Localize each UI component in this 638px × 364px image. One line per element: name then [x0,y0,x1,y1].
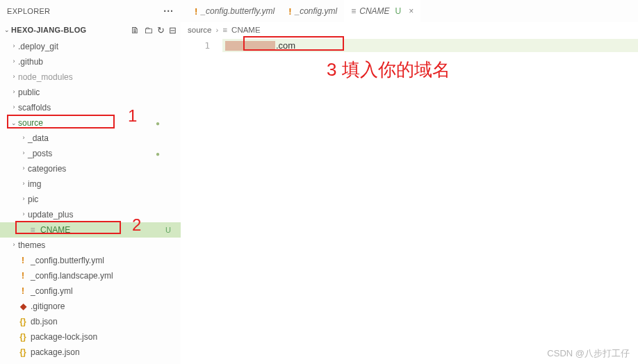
tree-item-label: update_plus [28,210,73,220]
tab-_config.butterfly.yml[interactable]: !_config.butterfly.yml [188,0,281,22]
git-modified-icon: ● [156,150,160,158]
file-tree: .deploy_git.githubnode_modulespublicscaf… [0,39,181,360]
domain-suffix: .com [276,40,295,51]
chevron-right-icon [10,104,18,111]
tree-item-db.json[interactable]: {}db.json [0,314,181,329]
yaml-file-icon: ! [18,256,28,265]
project-row[interactable]: ⌄ HEXO-JIANG-BLOG 🗎 🗀 ↻ ⊟ [0,22,181,38]
tree-item-label: _data [28,133,49,143]
tree-item-pic[interactable]: pic [0,192,181,207]
code-line[interactable]: .com [222,39,638,52]
new-file-icon[interactable]: 🗎 [131,25,140,35]
chevron-right-icon [19,135,28,142]
chevron-right-icon: › [216,26,219,34]
editor-tabs: !_config.butterfly.yml!_config.yml≡CNAME… [181,0,638,22]
tree-item-label: scaffolds [18,103,51,113]
chevron-right-icon [10,58,18,65]
tree-item-label: public [18,88,40,97]
tree-item-themes[interactable]: themes [0,238,181,253]
yaml-file-icon: ! [18,271,28,281]
tree-item-.github[interactable]: .github [0,54,181,69]
tree-item-label: themes [18,240,45,250]
sidebar: ⌄ HEXO-JIANG-BLOG 🗎 🗀 ↻ ⊟ .deploy_git.gi… [0,22,181,364]
project-name: HEXO-JIANG-BLOG [11,26,86,34]
tree-item-label: package-lock.json [31,332,97,342]
tree-item-.gitignore[interactable]: ◆.gitignore [0,299,181,314]
chevron-right-icon [19,196,28,203]
chevron-right-icon [10,43,18,50]
chevron-down-icon: ⌄ [3,26,11,33]
git-status-badge: U [395,6,402,16]
chevron-right-icon [10,74,18,81]
tree-item-label: .gitignore [31,301,65,311]
tree-item-node_modules[interactable]: node_modules [0,69,181,85]
explorer-more-icon[interactable]: ··· [163,6,174,17]
code-area[interactable]: 1 .com [181,38,638,52]
text-file-icon: ≡ [351,6,356,16]
tree-item-label: categories [28,164,66,174]
chevron-right-icon [19,150,28,157]
json-file-icon: {} [18,332,28,342]
tree-item-label: CNAME [40,225,70,235]
explorer-title: EXPLORER [7,7,50,15]
tree-item-label: _config.yml [31,286,73,296]
tree-item-label: node_modules [18,72,73,82]
tree-item-categories[interactable]: categories [0,161,181,176]
json-file-icon: {} [18,347,28,357]
breadcrumb[interactable]: source › ≡ CNAME [181,22,638,38]
tree-item-public[interactable]: public [0,85,181,100]
tree-item-source[interactable]: source● [0,115,181,131]
breadcrumb-item[interactable]: CNAME [231,26,261,34]
tree-item-scaffolds[interactable]: scaffolds [0,100,181,115]
chevron-right-icon [10,89,18,96]
git-file-icon: ◆ [18,301,28,311]
chevron-right-icon [10,242,18,249]
tree-item-_config.landscape.yml[interactable]: !_config.landscape.yml [0,268,181,283]
tree-item-label: _posts [28,149,52,158]
tree-item-label: _config.landscape.yml [31,271,113,281]
breadcrumb-item[interactable]: source [188,26,212,34]
yaml-file-icon: ! [18,286,28,296]
git-modified-icon: ● [156,119,160,127]
tree-item-_posts[interactable]: _posts● [0,146,181,161]
tree-item-label: db.json [31,317,58,326]
tree-item-label: pic [28,195,38,204]
obscured-domain [225,41,275,51]
tree-item-label: .deploy_git [18,42,58,51]
tree-item-label: .github [18,57,43,67]
yaml-file-icon: ! [195,6,197,17]
tree-item-package.json[interactable]: {}package.json [0,345,181,360]
collapse-icon[interactable]: ⊟ [169,25,177,35]
tab-label: CNAME [359,6,389,16]
line-number: 1 [181,38,222,52]
tree-item-_data[interactable]: _data [0,131,181,146]
tree-item-_config.butterfly.yml[interactable]: !_config.butterfly.yml [0,253,181,268]
explorer-header: EXPLORER ··· [0,0,181,22]
text-file-icon: ≡ [28,225,38,235]
tree-item-.deploy_git[interactable]: .deploy_git [0,39,181,54]
tree-item-img[interactable]: img [0,176,181,192]
tab-_config.yml[interactable]: !_config.yml [281,0,344,22]
tree-item-_config.yml[interactable]: !_config.yml [0,283,181,299]
json-file-icon: {} [18,317,28,326]
close-icon[interactable]: × [409,6,414,16]
editor-pane: source › ≡ CNAME 1 .com [181,22,638,364]
tree-item-label: source [18,118,43,128]
tree-item-label: img [28,179,41,189]
chevron-down-icon [10,119,18,126]
tree-item-label: _config.butterfly.yml [31,256,104,265]
chevron-right-icon [19,181,28,188]
tree-item-CNAME[interactable]: ≡CNAMEU [0,222,181,238]
refresh-icon[interactable]: ↻ [157,25,165,35]
new-folder-icon[interactable]: 🗀 [144,25,153,35]
tab-label: _config.butterfly.yml [201,6,275,16]
tree-item-package-lock.json[interactable]: {}package-lock.json [0,329,181,345]
git-status-badge: U [165,226,171,234]
watermark: CSDN @八步打工仔 [547,347,630,360]
tab-label: _config.yml [295,6,338,16]
chevron-right-icon [19,211,28,218]
tab-CNAME[interactable]: ≡CNAMEU× [344,0,420,22]
tree-item-update_plus[interactable]: update_plus [0,207,181,222]
chevron-right-icon [19,165,28,172]
yaml-file-icon: ! [288,6,291,17]
